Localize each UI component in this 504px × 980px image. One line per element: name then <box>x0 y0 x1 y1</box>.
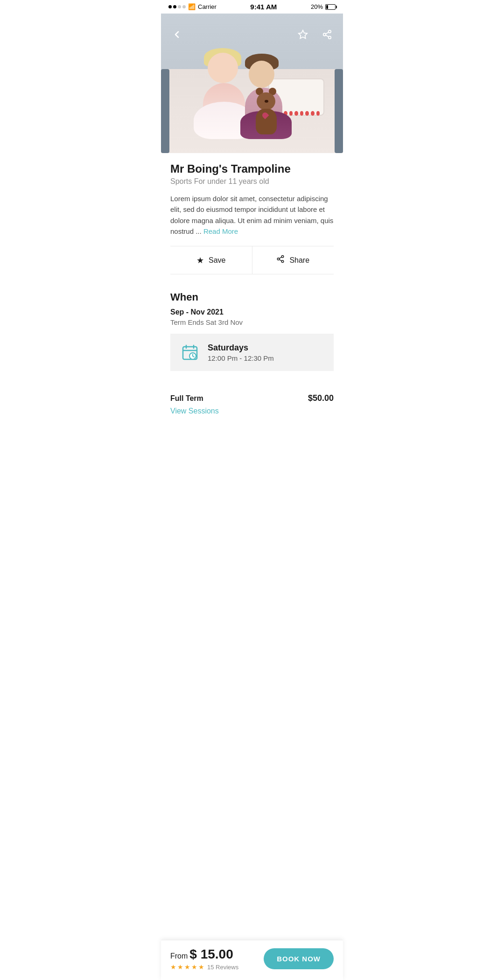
share-icon <box>276 255 285 266</box>
dot-2 <box>173 5 176 8</box>
content-area: Mr Boing's Trampoline Sports For under 1… <box>161 153 343 274</box>
pricing-value: $50.00 <box>308 393 334 403</box>
save-hero-button[interactable] <box>294 26 311 43</box>
status-time: 9:41 AM <box>250 3 277 11</box>
battery-percentage: 20% <box>311 3 323 10</box>
svg-point-7 <box>278 258 280 260</box>
dot-4 <box>182 5 186 8</box>
pricing-label: Full Term <box>170 394 203 403</box>
status-left: 📶 Carrier <box>168 3 217 10</box>
share-hero-button[interactable] <box>319 26 336 43</box>
save-label: Save <box>209 256 225 265</box>
calendar-icon <box>180 342 200 363</box>
view-sessions-button[interactable]: View Sessions <box>170 407 219 415</box>
svg-line-9 <box>280 259 282 261</box>
status-bar: 📶 Carrier 9:41 AM 20% <box>161 0 343 14</box>
bed-post-left <box>161 69 169 153</box>
hero-image <box>161 13 343 153</box>
svg-point-2 <box>323 33 326 36</box>
date-range: Sep - Nov 2021 <box>170 308 334 316</box>
svg-point-1 <box>329 30 331 33</box>
signal-icon <box>168 5 186 8</box>
wifi-icon: 📶 <box>188 3 196 10</box>
svg-point-8 <box>282 260 284 263</box>
when-heading: When <box>170 291 334 303</box>
nav-actions <box>294 26 336 43</box>
svg-line-10 <box>280 257 282 259</box>
dot-1 <box>168 5 172 8</box>
star-icon: ★ <box>196 255 204 266</box>
status-right: 20% <box>311 3 336 10</box>
schedule-day: Saturdays <box>208 343 324 353</box>
pricing-row: Full Term $50.00 <box>170 393 334 403</box>
bed-post-right <box>335 69 343 153</box>
back-button[interactable] <box>168 26 185 43</box>
term-end: Term Ends Sat 3rd Nov <box>170 318 334 326</box>
battery-icon <box>325 4 336 10</box>
when-section: When Sep - Nov 2021 Term Ends Sat 3rd No… <box>161 280 343 386</box>
event-description: Lorem ipsum dolor sit amet, consectetur … <box>170 193 334 237</box>
schedule-info: Saturdays 12:00 Pm - 12:30 Pm <box>208 343 324 362</box>
read-more-button[interactable]: Read More <box>203 227 238 235</box>
dot-3 <box>178 5 181 8</box>
svg-marker-0 <box>299 30 307 38</box>
svg-line-5 <box>326 32 329 34</box>
share-button[interactable]: Share <box>252 246 334 274</box>
action-bar: ★ Save Share <box>170 246 334 274</box>
save-button[interactable]: ★ Save <box>170 246 252 274</box>
svg-line-4 <box>326 35 329 37</box>
carrier-label: Carrier <box>198 3 217 10</box>
event-subtitle: Sports For under 11 years old <box>170 177 334 186</box>
pricing-section: Full Term $50.00 View Sessions <box>161 386 343 423</box>
share-label: Share <box>289 256 309 265</box>
teddy-bear <box>252 97 280 134</box>
event-title: Mr Boing's Trampoline <box>170 162 334 175</box>
svg-point-6 <box>282 256 284 258</box>
svg-point-3 <box>329 36 331 39</box>
schedule-time: 12:00 Pm - 12:30 Pm <box>208 354 324 362</box>
schedule-card: Saturdays 12:00 Pm - 12:30 Pm <box>170 334 334 371</box>
